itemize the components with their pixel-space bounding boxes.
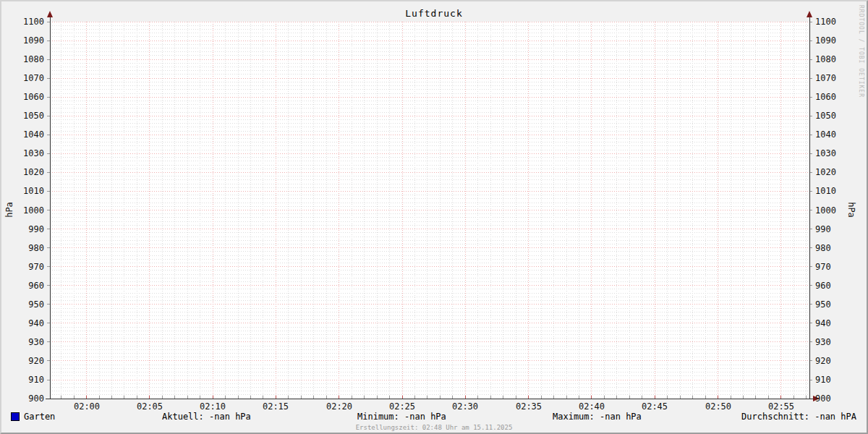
y-tick-label: 1030 [7, 148, 44, 158]
stat-maximum: Maximum: -nan hPa [553, 412, 642, 422]
y-tick-label: 1010 [7, 186, 44, 196]
y-tick-label: 920 [815, 356, 859, 366]
y-tick-label: 950 [815, 299, 859, 310]
stat-current: Aktuell: -nan hPa [162, 412, 251, 422]
y-tick-label: 1070 [815, 73, 859, 83]
y-tick-label: 900 [7, 393, 44, 404]
x-tick-label: 02:40 [576, 401, 608, 412]
y-tick-label: 1060 [815, 92, 859, 102]
y-tick-label: 1100 [7, 17, 44, 27]
y-tick-label: 1100 [815, 17, 859, 27]
legend-color-swatch [11, 412, 20, 421]
y-tick-label: 1020 [815, 167, 859, 177]
x-tick-label: 02:55 [765, 401, 797, 412]
y-tick-label: 1080 [7, 54, 44, 64]
y-tick-label: 920 [7, 356, 44, 366]
stat-average: Durchschnitt: -nan hPA [741, 412, 856, 422]
y-tick-label: 1020 [7, 167, 44, 177]
y-tick-label: 950 [7, 299, 44, 310]
x-tick-label: 02:30 [449, 401, 481, 412]
y-tick-label: 1040 [7, 129, 44, 140]
y-tick-label: 1050 [7, 111, 44, 121]
y-tick-label: 900 [815, 393, 859, 404]
y-tick-label: 1090 [815, 35, 859, 46]
y-tick-label: 1010 [815, 186, 859, 196]
y-tick-label: 990 [815, 224, 859, 234]
rrdtool-watermark: RRDTOOL / TOBI OETIKER [858, 5, 864, 98]
y-tick-label: 910 [7, 375, 44, 385]
x-tick-label: 02:25 [386, 401, 418, 412]
rrdtool-graph: Luftdruck 110010901080107010601050104010… [0, 0, 868, 434]
x-tick-label: 02:20 [323, 401, 355, 412]
y-tick-label: 960 [815, 281, 859, 291]
y-tick-label: 1050 [815, 111, 859, 121]
chart-title: Luftdruck [1, 8, 867, 19]
y-tick-label: 910 [815, 375, 859, 385]
y-tick-label: 960 [7, 281, 44, 291]
x-tick-label: 02:35 [513, 401, 545, 412]
x-tick-label: 02:15 [260, 401, 292, 412]
y-tick-label: 1090 [7, 35, 44, 46]
y-tick-label: 1040 [815, 129, 859, 140]
y-tick-label: 980 [7, 243, 44, 253]
x-tick-label: 02:50 [702, 401, 734, 412]
y-tick-label: 970 [7, 262, 44, 272]
y-tick-label: 930 [7, 337, 44, 347]
x-tick-label: 02:10 [197, 401, 229, 412]
x-tick-label: 02:05 [134, 401, 166, 412]
x-tick-label: 02:00 [71, 401, 103, 412]
y-tick-label: 990 [7, 224, 44, 234]
legend-series-label: Garten [24, 412, 55, 422]
y-tick-label: 980 [815, 243, 859, 253]
y-tick-label: 1030 [815, 148, 859, 158]
y-tick-label: 930 [815, 337, 859, 347]
y-axis-unit-left: hPa [0, 200, 19, 219]
y-tick-label: 1060 [7, 92, 44, 102]
y-tick-label: 1080 [815, 54, 859, 64]
x-tick-label: 02:45 [639, 401, 671, 412]
y-tick-label: 1070 [7, 73, 44, 83]
y-tick-label: 970 [815, 262, 859, 272]
y-tick-label: 940 [7, 318, 44, 328]
stat-minimum: Minimum: -nan hPa [357, 412, 446, 422]
y-axis-unit-right: hPa [842, 200, 861, 219]
y-tick-label: 940 [815, 318, 859, 328]
creation-timestamp: Erstellungszeit: 02:48 Uhr am 15.11.2025 [1, 424, 867, 431]
plot-area [50, 22, 809, 399]
